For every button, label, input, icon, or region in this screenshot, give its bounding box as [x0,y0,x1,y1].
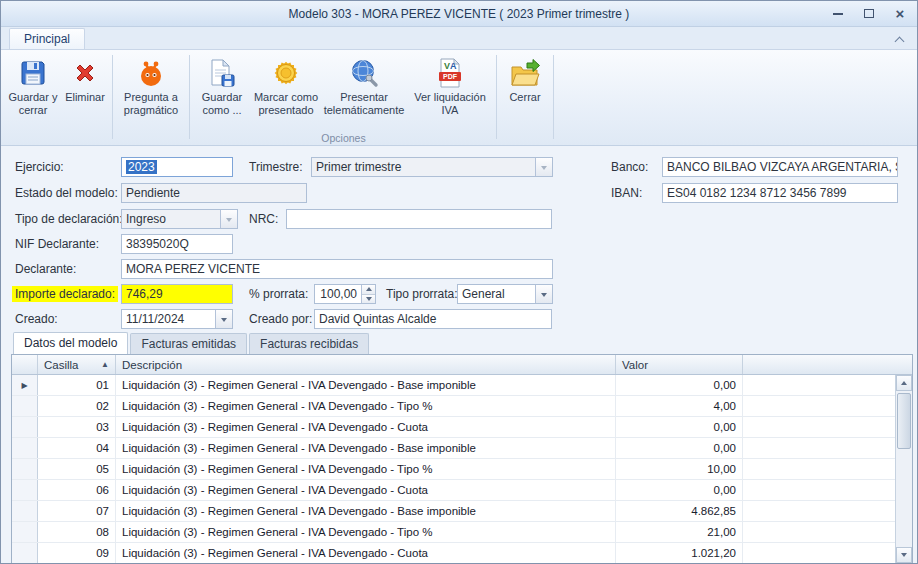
tab-datos-del-modelo[interactable]: Datos del modelo [13,332,128,354]
cell-valor: 0,00 [616,417,743,437]
chevron-down-icon[interactable] [535,285,552,303]
table-row[interactable]: 06 Liquidación (3) - Regimen General - I… [12,480,895,501]
delete-icon [69,57,101,89]
nif-declarante-field[interactable]: 38395020Q [121,234,233,254]
cell-valor: 1.021,20 [616,543,743,563]
cell-casilla: 07 [38,501,116,521]
cell-filler [743,522,895,542]
mascot-icon [135,57,167,89]
cell-casilla: 05 [38,459,116,479]
tipo-prorrata-combo[interactable]: General [457,284,553,304]
ejercicio-value: 2023 [126,160,157,174]
delete-button[interactable]: Eliminar [61,53,109,133]
table-row[interactable]: 05 Liquidación (3) - Regimen General - I… [12,459,895,480]
save-and-close-button[interactable]: Guardar y cerrar [5,53,61,133]
iban-field[interactable]: ES04 0182 1234 8712 3456 7899 [662,183,898,203]
importe-declarado-label: Importe declarado: [12,284,118,304]
vertical-scrollbar[interactable] [895,375,912,563]
tipo-prorrata-label: Tipo prorrata: [386,284,458,304]
ribbon-separator [112,55,113,139]
estado-label: Estado del modelo: [15,183,118,203]
declarante-field[interactable]: MORA PEREZ VICENTE [121,259,553,279]
view-iva-settlement-button[interactable]: V A PDF Ver liquidación IVA [407,53,493,133]
tab-facturas-recibidas[interactable]: Facturas recibidas [249,333,369,354]
creado-label: Creado: [15,309,58,329]
tipo-declaracion-label: Tipo de declaración: [15,209,123,229]
spin-up-button[interactable] [362,285,375,295]
creado-por-value: David Quintas Alcalde [319,312,436,326]
nrc-field[interactable] [286,209,552,229]
row-indicator [12,480,38,500]
trimestre-combo[interactable]: Primer trimestre [311,157,553,177]
scrollbar-thumb[interactable] [897,393,911,449]
spinner-buttons [361,285,375,303]
save-as-button[interactable]: Guardar como ... [193,53,251,133]
button-label: Presentar telemáticamente [323,91,405,117]
creado-date-combo[interactable]: 11/11/2024 [121,309,233,329]
ask-pragmatico-button[interactable]: Pregunta a pragmático [116,53,186,133]
svg-text:A: A [450,61,457,71]
column-header-casilla[interactable]: Casilla▲ [38,355,116,374]
column-header-valor[interactable]: Valor [616,355,743,374]
globe-icon [348,57,380,89]
close-window-button[interactable]: Cerrar [500,53,550,133]
nrc-label: NRC: [249,209,278,229]
column-header-descripcion[interactable]: Descripción [116,355,616,374]
save-as-icon [206,57,238,89]
cell-casilla: 04 [38,438,116,458]
trimestre-value: Primer trimestre [316,160,401,174]
ribbon-separator [189,55,190,139]
table-row[interactable]: 02 Liquidación (3) - Regimen General - I… [12,396,895,417]
minimize-icon [833,13,843,15]
table-row[interactable]: 08 Liquidación (3) - Regimen General - I… [12,522,895,543]
title-bar[interactable]: Modelo 303 - MORA PEREZ VICENTE ( 2023 P… [1,1,917,27]
nif-value: 38395020Q [126,237,189,251]
banco-field[interactable]: BANCO BILBAO VIZCAYA ARGENTARIA, S.A. ( … [662,157,898,177]
declarante-label: Declarante: [15,259,76,279]
spin-down-button[interactable] [362,295,375,304]
tipo-declaracion-combo[interactable]: Ingreso [121,209,238,229]
row-indicator: ▶ [12,375,38,395]
present-telematically-button[interactable]: Presentar telemáticamente [321,53,407,133]
cell-valor: 0,00 [616,480,743,500]
creado-por-field[interactable]: David Quintas Alcalde [314,309,552,329]
svg-text:PDF: PDF [443,73,458,80]
cell-descripcion: Liquidación (3) - Regimen General - IVA … [116,417,616,437]
row-indicator [12,459,38,479]
cell-valor: 4,00 [616,396,743,416]
tab-facturas-emitidas[interactable]: Facturas emitidas [130,333,247,354]
scroll-down-button[interactable] [896,547,912,563]
table-row[interactable]: 04 Liquidación (3) - Regimen General - I… [12,438,895,459]
maximize-button[interactable] [858,5,880,22]
prorrata-spinner[interactable]: 100,00 [314,284,376,304]
row-indicator [12,438,38,458]
mark-as-presented-button[interactable]: Marcar como presentado [251,53,321,133]
column-header-filler [743,355,912,374]
importe-declarado-field[interactable]: 746,29 [121,284,233,304]
tab-principal[interactable]: Principal [9,28,85,49]
trimestre-label: Trimestre: [249,157,303,177]
cell-valor: 0,00 [616,375,743,395]
button-label: Guardar y cerrar [7,91,59,117]
table-row[interactable]: 09 Liquidación (3) - Regimen General - I… [12,543,895,563]
scroll-up-button[interactable] [896,375,912,391]
table-row[interactable]: 03 Liquidación (3) - Regimen General - I… [12,417,895,438]
ribbon-group-caption: Opciones [191,132,496,144]
cell-casilla: 02 [38,396,116,416]
banco-label: Banco: [611,157,648,177]
cell-descripcion: Liquidación (3) - Regimen General - IVA … [116,480,616,500]
estado-field[interactable]: Pendiente [121,183,307,203]
ejercicio-field[interactable]: 2023 [121,157,233,177]
chevron-down-icon[interactable] [215,310,232,328]
chevron-down-icon[interactable] [535,158,552,176]
creado-value: 11/11/2024 [126,312,184,326]
close-icon: × [896,6,905,21]
ribbon-collapse-button[interactable] [893,34,907,45]
window-title: Modelo 303 - MORA PEREZ VICENTE ( 2023 P… [289,7,630,21]
table-row[interactable]: 07 Liquidación (3) - Regimen General - I… [12,501,895,522]
close-button[interactable]: × [889,5,911,22]
minimize-button[interactable] [827,5,849,22]
button-label: Eliminar [65,91,105,104]
chevron-down-icon[interactable] [220,210,237,228]
table-row[interactable]: ▶ 01 Liquidación (3) - Regimen General -… [12,375,895,396]
